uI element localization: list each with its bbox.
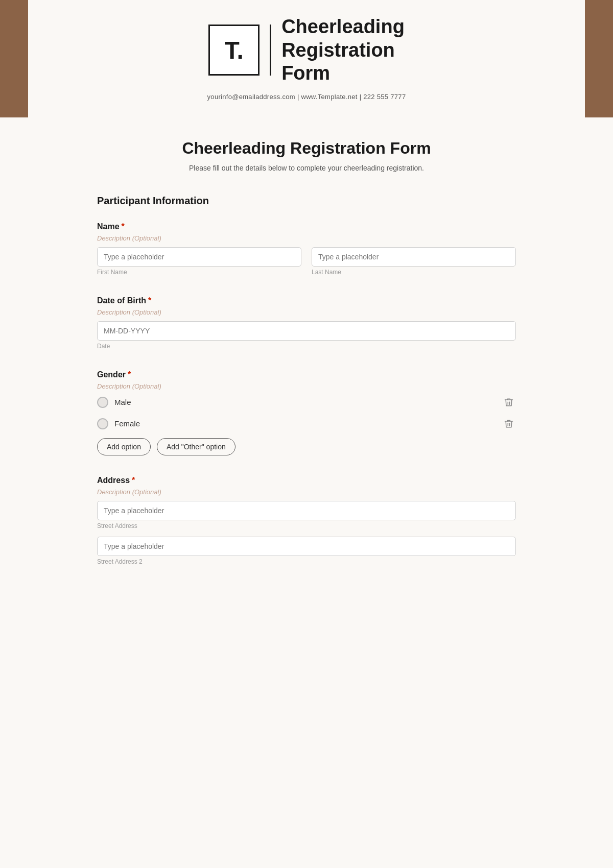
delete-icon-female[interactable] (502, 417, 516, 431)
field-desc-name: Description (Optional) (97, 234, 516, 242)
header-section: T. CheerleadingRegistrationForm yourinfo… (0, 0, 613, 113)
side-bar-right (585, 0, 613, 117)
form-subtitle: Please fill out the details below to com… (97, 164, 516, 172)
field-desc-dob: Description (Optional) (97, 308, 516, 316)
dob-field-row: Date (97, 321, 516, 350)
section-title: Participant Information (97, 195, 516, 209)
label-text-address: Address (97, 476, 130, 485)
dob-sublabel: Date (97, 343, 516, 350)
label-text-name: Name (97, 222, 120, 231)
field-group-name: Name * Description (Optional) First Name… (97, 222, 516, 276)
street-address-input[interactable] (97, 501, 516, 520)
dob-wrapper: Date (97, 321, 516, 350)
field-group-address: Address * Description (Optional) Street … (97, 476, 516, 565)
field-desc-gender: Description (Optional) (97, 382, 516, 390)
radio-circle-female[interactable] (97, 418, 108, 429)
last-name-input[interactable] (312, 247, 516, 267)
logo-box: T. (208, 25, 260, 76)
first-name-input[interactable] (97, 247, 301, 267)
radio-male-left: Male (97, 397, 131, 408)
field-desc-address: Description (Optional) (97, 488, 516, 496)
street-address-row: Street Address (97, 501, 516, 529)
radio-option-male: Male (97, 395, 516, 409)
main-content: Cheerleading Registration Form Please fi… (0, 113, 613, 616)
street-address2-row: Street Address 2 (97, 537, 516, 565)
radio-option-female: Female (97, 417, 516, 431)
header-logo-area: T. CheerleadingRegistrationForm (208, 15, 405, 85)
logo-divider (270, 25, 271, 76)
page-wrapper: T. CheerleadingRegistrationForm yourinfo… (0, 0, 613, 868)
side-bar-left (0, 0, 28, 117)
delete-icon-male[interactable] (502, 395, 516, 409)
field-label-gender: Gender * (97, 370, 516, 379)
street-address2-input[interactable] (97, 537, 516, 556)
required-star-name: * (122, 222, 125, 231)
street-address-sublabel: Street Address (97, 522, 516, 529)
field-group-gender: Gender * Description (Optional) Male (97, 370, 516, 455)
logo-letter: T. (224, 36, 243, 64)
field-group-dob: Date of Birth * Description (Optional) D… (97, 296, 516, 350)
add-option-area: Add option Add "Other" option (97, 438, 516, 455)
radio-female-left: Female (97, 418, 140, 429)
name-field-row: First Name Last Name (97, 247, 516, 276)
required-star-address: * (132, 476, 135, 485)
radio-label-female: Female (114, 419, 140, 428)
form-main-title: Cheerleading Registration Form (97, 139, 516, 158)
required-star-dob: * (148, 296, 151, 305)
street-address-wrapper: Street Address (97, 501, 516, 529)
dob-input[interactable] (97, 321, 516, 341)
required-star-gender: * (128, 370, 131, 379)
field-label-name: Name * (97, 222, 516, 231)
label-text-gender: Gender (97, 370, 126, 379)
header-title: CheerleadingRegistrationForm (281, 15, 405, 85)
add-option-button[interactable]: Add option (97, 438, 151, 455)
last-name-wrapper: Last Name (312, 247, 516, 276)
street-address2-sublabel: Street Address 2 (97, 558, 516, 565)
radio-label-male: Male (114, 398, 131, 406)
last-name-sublabel: Last Name (312, 269, 516, 276)
add-other-option-button[interactable]: Add "Other" option (157, 438, 235, 455)
street-address2-wrapper: Street Address 2 (97, 537, 516, 565)
field-label-dob: Date of Birth * (97, 296, 516, 305)
first-name-sublabel: First Name (97, 269, 301, 276)
field-label-address: Address * (97, 476, 516, 485)
label-text-dob: Date of Birth (97, 296, 146, 305)
radio-circle-male[interactable] (97, 397, 108, 408)
header-contact: yourinfo@emailaddress.com | www.Template… (207, 93, 406, 101)
first-name-wrapper: First Name (97, 247, 301, 276)
